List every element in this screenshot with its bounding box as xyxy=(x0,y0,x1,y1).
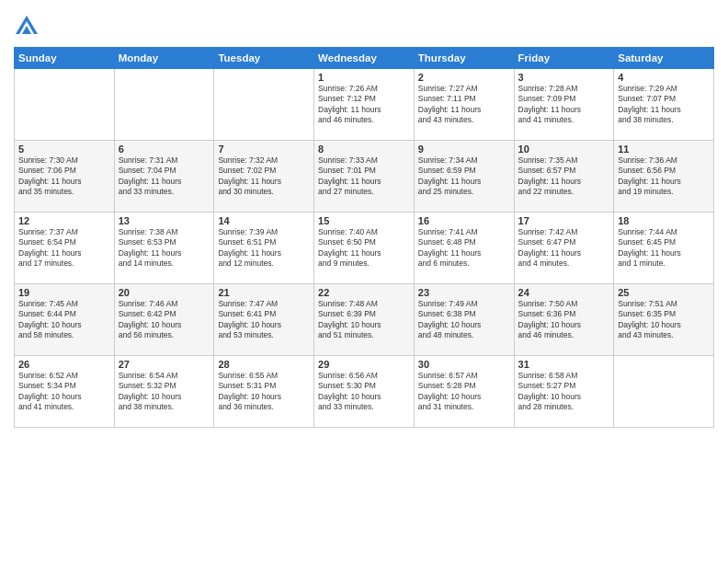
weekday-header-sunday: Sunday xyxy=(15,48,115,69)
day-info: Sunrise: 7:32 AM Sunset: 7:02 PM Dayligh… xyxy=(218,155,310,198)
weekday-header-row: SundayMondayTuesdayWednesdayThursdayFrid… xyxy=(15,48,714,69)
week-row-2: 12Sunrise: 7:37 AM Sunset: 6:54 PM Dayli… xyxy=(15,213,714,284)
day-cell: 4Sunrise: 7:29 AM Sunset: 7:07 PM Daylig… xyxy=(614,69,714,141)
day-cell: 25Sunrise: 7:51 AM Sunset: 6:35 PM Dayli… xyxy=(614,284,714,356)
day-number: 29 xyxy=(318,359,410,370)
day-number: 14 xyxy=(218,215,310,226)
day-number: 10 xyxy=(518,144,610,155)
day-info: Sunrise: 7:42 AM Sunset: 6:47 PM Dayligh… xyxy=(518,227,610,270)
day-info: Sunrise: 6:52 AM Sunset: 5:34 PM Dayligh… xyxy=(18,371,110,413)
day-cell: 11Sunrise: 7:36 AM Sunset: 6:56 PM Dayli… xyxy=(614,141,714,213)
weekday-header-tuesday: Tuesday xyxy=(214,48,314,69)
day-cell: 6Sunrise: 7:31 AM Sunset: 7:04 PM Daylig… xyxy=(114,141,214,213)
day-number: 12 xyxy=(18,215,110,226)
day-number: 1 xyxy=(318,72,410,83)
day-info: Sunrise: 6:57 AM Sunset: 5:28 PM Dayligh… xyxy=(418,371,510,413)
day-info: Sunrise: 7:39 AM Sunset: 6:51 PM Dayligh… xyxy=(218,227,310,270)
day-cell: 9Sunrise: 7:34 AM Sunset: 6:59 PM Daylig… xyxy=(414,141,514,213)
day-info: Sunrise: 7:46 AM Sunset: 6:42 PM Dayligh… xyxy=(119,299,210,341)
day-cell: 23Sunrise: 7:49 AM Sunset: 6:38 PM Dayli… xyxy=(414,284,514,356)
day-cell: 2Sunrise: 7:27 AM Sunset: 7:11 PM Daylig… xyxy=(414,69,514,141)
day-info: Sunrise: 7:29 AM Sunset: 7:07 PM Dayligh… xyxy=(618,84,710,126)
day-cell: 5Sunrise: 7:30 AM Sunset: 7:06 PM Daylig… xyxy=(15,141,115,213)
day-info: Sunrise: 6:56 AM Sunset: 5:30 PM Dayligh… xyxy=(318,371,410,413)
day-cell: 28Sunrise: 6:55 AM Sunset: 5:31 PM Dayli… xyxy=(214,356,314,428)
day-cell: 31Sunrise: 6:58 AM Sunset: 5:27 PM Dayli… xyxy=(514,356,614,428)
week-row-4: 26Sunrise: 6:52 AM Sunset: 5:34 PM Dayli… xyxy=(15,356,714,428)
day-info: Sunrise: 7:33 AM Sunset: 7:01 PM Dayligh… xyxy=(318,155,410,198)
day-cell: 3Sunrise: 7:28 AM Sunset: 7:09 PM Daylig… xyxy=(514,69,614,141)
day-number: 21 xyxy=(218,287,310,298)
day-cell xyxy=(614,356,714,428)
page: SundayMondayTuesdayWednesdayThursdayFrid… xyxy=(0,0,728,563)
day-info: Sunrise: 7:48 AM Sunset: 6:39 PM Dayligh… xyxy=(318,299,410,341)
day-number: 18 xyxy=(618,215,710,226)
day-cell: 30Sunrise: 6:57 AM Sunset: 5:28 PM Dayli… xyxy=(414,356,514,428)
day-cell xyxy=(114,69,214,141)
day-number: 13 xyxy=(119,215,210,226)
day-number: 17 xyxy=(518,215,610,226)
day-cell: 18Sunrise: 7:44 AM Sunset: 6:45 PM Dayli… xyxy=(614,213,714,284)
day-info: Sunrise: 7:41 AM Sunset: 6:48 PM Dayligh… xyxy=(418,227,510,270)
day-cell: 29Sunrise: 6:56 AM Sunset: 5:30 PM Dayli… xyxy=(314,356,415,428)
day-cell: 24Sunrise: 7:50 AM Sunset: 6:36 PM Dayli… xyxy=(514,284,614,356)
day-cell: 19Sunrise: 7:45 AM Sunset: 6:44 PM Dayli… xyxy=(15,284,115,356)
day-number: 25 xyxy=(618,287,710,298)
day-number: 11 xyxy=(618,144,710,155)
day-info: Sunrise: 7:50 AM Sunset: 6:36 PM Dayligh… xyxy=(518,299,610,341)
day-cell: 7Sunrise: 7:32 AM Sunset: 7:02 PM Daylig… xyxy=(214,141,314,213)
day-info: Sunrise: 6:55 AM Sunset: 5:31 PM Dayligh… xyxy=(218,371,310,413)
day-number: 5 xyxy=(18,144,110,155)
day-cell: 26Sunrise: 6:52 AM Sunset: 5:34 PM Dayli… xyxy=(15,356,115,428)
day-info: Sunrise: 7:35 AM Sunset: 6:57 PM Dayligh… xyxy=(518,155,610,198)
day-number: 7 xyxy=(218,144,310,155)
day-number: 31 xyxy=(518,359,610,370)
day-info: Sunrise: 7:26 AM Sunset: 7:12 PM Dayligh… xyxy=(318,84,410,126)
day-cell: 14Sunrise: 7:39 AM Sunset: 6:51 PM Dayli… xyxy=(214,213,314,284)
day-number: 15 xyxy=(318,215,410,226)
day-info: Sunrise: 7:28 AM Sunset: 7:09 PM Dayligh… xyxy=(518,84,610,126)
weekday-header-saturday: Saturday xyxy=(614,48,714,69)
day-number: 8 xyxy=(318,144,410,155)
day-number: 22 xyxy=(318,287,410,298)
day-cell: 20Sunrise: 7:46 AM Sunset: 6:42 PM Dayli… xyxy=(114,284,214,356)
day-number: 9 xyxy=(418,144,510,155)
day-number: 16 xyxy=(418,215,510,226)
day-info: Sunrise: 7:31 AM Sunset: 7:04 PM Dayligh… xyxy=(119,155,210,198)
weekday-header-monday: Monday xyxy=(114,48,214,69)
week-row-1: 5Sunrise: 7:30 AM Sunset: 7:06 PM Daylig… xyxy=(15,141,714,213)
day-cell: 22Sunrise: 7:48 AM Sunset: 6:39 PM Dayli… xyxy=(314,284,415,356)
day-cell: 13Sunrise: 7:38 AM Sunset: 6:53 PM Dayli… xyxy=(114,213,214,284)
day-cell: 16Sunrise: 7:41 AM Sunset: 6:48 PM Dayli… xyxy=(414,213,514,284)
day-number: 19 xyxy=(18,287,110,298)
logo xyxy=(14,14,43,40)
day-number: 23 xyxy=(418,287,510,298)
day-info: Sunrise: 7:49 AM Sunset: 6:38 PM Dayligh… xyxy=(418,299,510,341)
day-number: 26 xyxy=(18,359,110,370)
day-info: Sunrise: 7:36 AM Sunset: 6:56 PM Dayligh… xyxy=(618,155,710,198)
day-info: Sunrise: 6:54 AM Sunset: 5:32 PM Dayligh… xyxy=(119,371,210,413)
weekday-header-wednesday: Wednesday xyxy=(314,48,415,69)
day-info: Sunrise: 7:38 AM Sunset: 6:53 PM Dayligh… xyxy=(119,227,210,270)
day-number: 30 xyxy=(418,359,510,370)
day-number: 24 xyxy=(518,287,610,298)
day-cell xyxy=(15,69,115,141)
day-info: Sunrise: 7:45 AM Sunset: 6:44 PM Dayligh… xyxy=(18,299,110,341)
day-number: 27 xyxy=(119,359,210,370)
day-cell: 21Sunrise: 7:47 AM Sunset: 6:41 PM Dayli… xyxy=(214,284,314,356)
header xyxy=(14,9,714,40)
day-cell: 27Sunrise: 6:54 AM Sunset: 5:32 PM Dayli… xyxy=(114,356,214,428)
weekday-header-friday: Friday xyxy=(514,48,614,69)
day-cell: 1Sunrise: 7:26 AM Sunset: 7:12 PM Daylig… xyxy=(314,69,415,141)
day-info: Sunrise: 7:40 AM Sunset: 6:50 PM Dayligh… xyxy=(318,227,410,270)
week-row-3: 19Sunrise: 7:45 AM Sunset: 6:44 PM Dayli… xyxy=(15,284,714,356)
day-number: 6 xyxy=(119,144,210,155)
day-cell xyxy=(214,69,314,141)
week-row-0: 1Sunrise: 7:26 AM Sunset: 7:12 PM Daylig… xyxy=(15,69,714,141)
day-cell: 15Sunrise: 7:40 AM Sunset: 6:50 PM Dayli… xyxy=(314,213,415,284)
day-info: Sunrise: 7:51 AM Sunset: 6:35 PM Dayligh… xyxy=(618,299,710,341)
day-number: 20 xyxy=(119,287,210,298)
day-info: Sunrise: 7:44 AM Sunset: 6:45 PM Dayligh… xyxy=(618,227,710,270)
day-cell: 10Sunrise: 7:35 AM Sunset: 6:57 PM Dayli… xyxy=(514,141,614,213)
logo-icon xyxy=(14,14,40,40)
